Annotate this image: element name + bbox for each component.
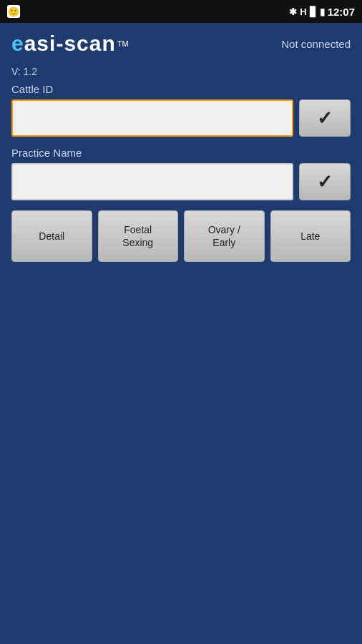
signal-bars-icon: ▊	[310, 6, 317, 17]
notification-icon: 🙂	[7, 5, 20, 18]
bluetooth-icon: ✱	[289, 6, 297, 17]
foetal-sexing-button[interactable]: Foetal Sexing	[98, 210, 179, 262]
status-bar-left: 🙂	[7, 5, 20, 18]
ovary-early-label: Ovary / Early	[208, 223, 240, 249]
check-icon: ✓	[317, 107, 333, 130]
smiley-icon: 🙂	[8, 6, 19, 17]
cattle-id-row: ✓	[11, 99, 351, 137]
app-logo: easi-scan TM	[11, 31, 129, 56]
status-bar-right: ✱ H ▊ ▮ 12:07	[289, 6, 355, 18]
cattle-id-input[interactable]	[11, 99, 293, 137]
action-buttons-row: Detail Foetal Sexing Ovary / Early Late	[11, 210, 351, 262]
cattle-id-confirm-button[interactable]: ✓	[299, 99, 351, 137]
late-button[interactable]: Late	[270, 210, 351, 262]
check-icon-2: ✓	[317, 171, 333, 193]
time-display: 12:07	[328, 6, 355, 18]
practice-name-row: ✓	[11, 163, 351, 200]
version-label: V: 1.2	[11, 66, 351, 77]
ovary-early-button[interactable]: Ovary / Early	[184, 210, 265, 262]
detail-button[interactable]: Detail	[11, 210, 92, 262]
practice-name-confirm-button[interactable]: ✓	[299, 163, 351, 200]
app-header: easi-scan TM Not connected	[0, 23, 362, 62]
detail-label: Detail	[39, 230, 64, 243]
connection-status: Not connected	[281, 38, 351, 50]
status-bar: 🙂 ✱ H ▊ ▮ 12:07	[0, 0, 362, 23]
main-content: V: 1.2 Cattle ID ✓ Practice Name ✓ Detai…	[0, 62, 362, 273]
cattle-id-label: Cattle ID	[11, 83, 351, 95]
late-label: Late	[300, 230, 320, 243]
signal-icon: H	[300, 6, 306, 17]
logo-trademark: TM	[117, 39, 129, 48]
logo-text: easi-scan	[11, 31, 116, 56]
battery-icon: ▮	[320, 6, 325, 17]
practice-name-label: Practice Name	[11, 147, 351, 159]
practice-name-input[interactable]	[11, 163, 293, 200]
foetal-sexing-label: Foetal Sexing	[122, 223, 153, 249]
